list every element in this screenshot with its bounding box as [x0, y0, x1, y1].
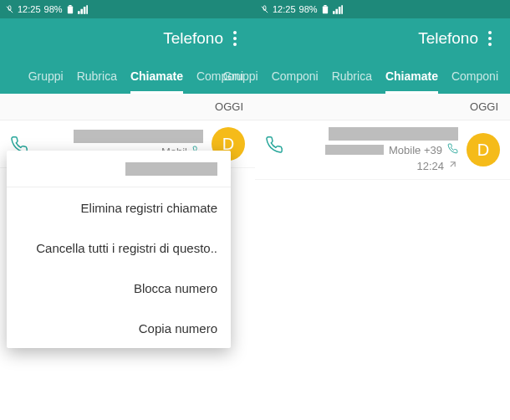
- right-screen: 12:25 98% Telefono Gruppi Componi Rubric…: [255, 0, 510, 420]
- call-time-line: 12:24: [416, 159, 458, 172]
- svg-rect-1: [69, 5, 71, 7]
- call-log-item[interactable]: Mobile +39 12:24 D: [255, 120, 510, 180]
- tab-bar: Gruppi Componi Rubrica Chiamate Componi: [255, 59, 510, 94]
- tab-componi[interactable]: Componi: [445, 59, 505, 94]
- section-header-today: OGGI: [255, 94, 510, 120]
- status-time: 12:25: [18, 4, 41, 14]
- menu-delete-call-log[interactable]: Elimina registri chiamate: [7, 187, 231, 228]
- context-menu: Elimina registri chiamate Cancella tutti…: [7, 151, 231, 348]
- tab-componi2[interactable]: Componi: [265, 59, 325, 94]
- svg-rect-2: [322, 6, 327, 13]
- call-info: Mobile +39 12:24: [325, 127, 458, 172]
- contact-avatar[interactable]: D: [467, 133, 500, 166]
- call-time: 12:24: [416, 160, 444, 172]
- battery-icon: [321, 5, 329, 14]
- context-menu-header: [7, 151, 231, 187]
- call-subline: Mobile +39: [325, 143, 458, 156]
- more-menu-button[interactable]: [223, 22, 247, 55]
- mute-icon: [260, 5, 269, 14]
- app-title: Telefono: [418, 29, 478, 48]
- app-title: Telefono: [163, 29, 223, 48]
- contact-name-redacted: [74, 130, 203, 143]
- tab-gruppi[interactable]: Gruppi: [217, 59, 265, 94]
- more-menu-button[interactable]: [478, 22, 502, 55]
- tab-chiamate[interactable]: Chiamate: [379, 59, 445, 94]
- phone-icon[interactable]: [265, 136, 283, 157]
- menu-delete-all-logs[interactable]: Cancella tutti i registri di questo..: [7, 228, 231, 268]
- section-header-today: OGGI: [0, 94, 255, 120]
- contact-name-redacted: [329, 127, 458, 141]
- app-header: Telefono: [255, 18, 510, 59]
- tab-rubrica[interactable]: Rubrica: [325, 59, 379, 94]
- number-redacted: [325, 145, 384, 155]
- app-header: Telefono: [0, 18, 255, 59]
- tab-chiamate[interactable]: Chiamate: [124, 59, 190, 94]
- battery-icon: [66, 5, 74, 14]
- battery-percent: 98%: [44, 4, 63, 14]
- status-bar: 12:25 98%: [0, 0, 255, 18]
- svg-rect-3: [324, 5, 326, 7]
- mute-icon: [5, 5, 14, 14]
- mobile-label: Mobile +39: [389, 144, 442, 156]
- tab-rubrica[interactable]: Rubrica: [70, 59, 124, 94]
- menu-copy-number[interactable]: Copia numero: [7, 308, 231, 348]
- menu-block-number[interactable]: Blocca numero: [7, 268, 231, 308]
- menu-title-redacted: [125, 162, 217, 176]
- status-time: 12:25: [273, 4, 296, 14]
- signal-icon: [78, 5, 88, 14]
- tab-gruppi[interactable]: Gruppi: [22, 59, 70, 94]
- svg-rect-0: [67, 6, 72, 13]
- outgoing-call-icon: [447, 143, 458, 156]
- signal-icon: [333, 5, 343, 14]
- battery-percent: 98%: [299, 4, 318, 14]
- status-bar: 12:25 98%: [255, 0, 510, 18]
- outgoing-arrow-icon: [447, 159, 458, 172]
